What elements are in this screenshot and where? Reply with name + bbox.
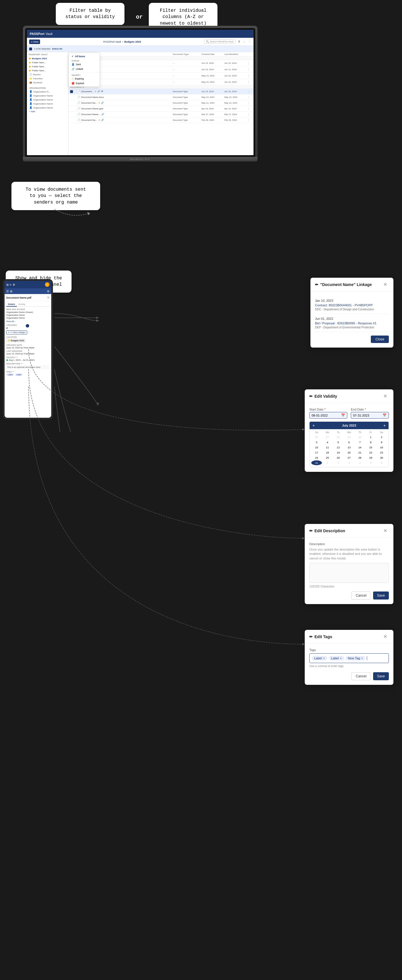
cal-day[interactable]: 4	[322, 440, 333, 445]
cal-day[interactable]: 29	[344, 434, 354, 439]
description-modal-close[interactable]: ✕	[382, 527, 389, 534]
linkage-close-button[interactable]: Close	[371, 336, 389, 343]
cal-day[interactable]: 2	[376, 434, 387, 439]
cal-day[interactable]: 15	[365, 445, 376, 450]
end-date-input[interactable]: 07-31-2023 📅	[351, 412, 389, 418]
cal-day[interactable]: 12	[333, 445, 344, 450]
checkbox-selected[interactable]	[29, 48, 32, 50]
start-date-input[interactable]: 08-01-2022 📅	[309, 412, 347, 418]
table-row[interactable]: 📄 Document Na... ★ 🔗 Document Type May 1…	[68, 100, 254, 106]
table-row[interactable]: 📄 Document Name... 🔗 Document Type Mar 2…	[68, 111, 254, 118]
sidebar-item-favorites[interactable]: ⭐ Favorites	[27, 76, 68, 80]
cal-day[interactable]: 30	[376, 455, 387, 460]
cal-day[interactable]: 7	[354, 440, 365, 445]
linkage-link-1[interactable]: Contract: 85023B0044001 - PV485POPP	[315, 304, 389, 307]
show-all-button[interactable]: Show All ↓	[6, 320, 16, 322]
row-more-icon[interactable]: ⋮	[247, 62, 252, 65]
row-more-icon[interactable]: ⋮	[247, 101, 252, 105]
sidebar-item-folder2[interactable]: ▶ Folder Nam...	[27, 64, 68, 68]
cal-day[interactable]: 29	[365, 455, 376, 460]
filter-sent[interactable]: 👤 Sent	[69, 62, 100, 67]
edit-tags-icon[interactable]: ✏	[13, 371, 14, 373]
cal-day[interactable]: 3	[311, 440, 322, 445]
linkage-modal-close[interactable]: ✕	[382, 281, 389, 288]
sidebar-item-archived[interactable]: 📦 Archived	[27, 80, 68, 84]
checkbox-checked[interactable]	[70, 90, 73, 93]
table-row[interactable]: 📄 Document... ★ 🔗 👁 Document Type Jun 15…	[68, 89, 254, 94]
cal-day[interactable]: 18	[322, 450, 333, 455]
linkage-link-2[interactable]: Bid / Proposal : 82623B0095 - Response #…	[315, 321, 389, 325]
remove-tag-2[interactable]: ✕	[340, 657, 342, 660]
cal-day[interactable]: 20	[344, 450, 354, 455]
cal-day[interactable]: 25	[322, 455, 333, 460]
cal-day[interactable]: 27	[344, 455, 354, 460]
cal-day[interactable]: 1	[322, 460, 333, 465]
cal-day[interactable]: 22	[365, 450, 376, 455]
cal-day[interactable]: 6	[344, 440, 354, 445]
cal-day[interactable]: 3	[344, 460, 354, 465]
select-all-link[interactable]: Select All	[52, 48, 62, 50]
cal-day[interactable]: 21	[354, 450, 365, 455]
filter-all-items[interactable]: ✓ All Items	[69, 54, 100, 59]
calendar-prev[interactable]: +	[313, 423, 315, 428]
tags-cancel-button[interactable]: Cancel	[351, 672, 370, 680]
cal-day[interactable]: 30	[354, 434, 365, 439]
cal-day[interactable]: 26	[333, 455, 344, 460]
description-textarea[interactable]	[309, 563, 389, 583]
download-icon[interactable]: ⬇	[238, 40, 240, 43]
cal-day[interactable]: 24	[311, 455, 322, 460]
sidebar-org-3[interactable]: 👤 Organization Name	[27, 98, 68, 102]
new-button[interactable]: + New	[29, 40, 40, 44]
row-more-icon[interactable]: ⋮	[247, 90, 252, 93]
table-row[interactable]: 📄 Document Name.pptx Document Type Apr 1…	[68, 106, 254, 111]
cal-day[interactable]: 5	[365, 460, 376, 465]
search-bar[interactable]: 🔍 Search PASSPort Vault	[204, 40, 235, 44]
table-row[interactable]: 📄 Document Na... ★ 🔗 Document Type Feb 2…	[68, 118, 254, 123]
view-linkages-button[interactable]: ✏ ✏ View Linkages	[6, 330, 27, 334]
cal-day[interactable]: 10	[311, 445, 322, 450]
row-more-icon[interactable]: ⋮	[247, 74, 252, 77]
edit-description-icon[interactable]: ✏	[21, 363, 23, 365]
cal-day[interactable]: 9	[376, 440, 387, 445]
cal-day[interactable]: 13	[344, 445, 354, 450]
sidebar-item-budgets[interactable]: ▶ Budgets 2023	[27, 56, 68, 60]
row-more-icon[interactable]: ⋮	[247, 113, 252, 116]
description-cancel-button[interactable]: Cancel	[351, 592, 370, 600]
row-more-icon[interactable]: ⋮	[247, 119, 252, 122]
edit-validity-icon[interactable]: ✏	[16, 356, 18, 358]
cal-day[interactable]: 19	[333, 450, 344, 455]
cal-day[interactable]: 4	[354, 460, 365, 465]
tab-activity[interactable]: Activity	[17, 302, 27, 306]
sidebar-item-folder1[interactable]: ▶ Folder Nam...	[27, 60, 68, 64]
sidebar-org-5[interactable]: 👤 Organization Name	[27, 106, 68, 110]
share-icon[interactable]: →	[243, 40, 246, 43]
validity-modal-close[interactable]: ✕	[382, 393, 389, 399]
tags-input-container[interactable]: Label ✕ Label ✕ New Tag ✕	[309, 653, 389, 663]
remove-tag-1[interactable]: ✕	[323, 657, 325, 660]
col-header-created[interactable]: Created Date	[202, 53, 224, 56]
hamburger-icon[interactable]: ☰	[6, 290, 9, 293]
more-icon[interactable]: ⋮	[248, 40, 251, 43]
cal-day[interactable]: 1	[365, 434, 376, 439]
sidebar-org-4[interactable]: 👤 Organization Name	[27, 102, 68, 106]
cal-day[interactable]: 2	[333, 460, 344, 465]
row-more-icon[interactable]: ⋮	[247, 95, 252, 99]
cal-day[interactable]: 17	[311, 450, 322, 455]
cal-day[interactable]: 27	[322, 434, 333, 439]
filter-expired[interactable]: 🔴 Expired	[69, 81, 100, 86]
cal-day[interactable]: 11	[322, 445, 333, 450]
cal-day[interactable]: 8	[365, 440, 376, 445]
remove-tag-3[interactable]: ✕	[361, 657, 363, 660]
calendar-next[interactable]: +	[383, 423, 386, 428]
cal-day[interactable]: 28	[354, 455, 365, 460]
tab-details[interactable]: Details	[6, 302, 17, 307]
description-save-button[interactable]: Save	[373, 592, 389, 600]
tags-save-button[interactable]: Save	[373, 672, 389, 680]
filter-expiring[interactable]: ⚠ Expiring	[69, 76, 100, 81]
settings2-icon[interactable]: ⚙	[47, 290, 49, 293]
sidebar-add-org[interactable]: + Add	[27, 110, 68, 113]
tags-modal-close[interactable]: ✕	[382, 633, 389, 640]
cal-day[interactable]: 14	[354, 445, 365, 450]
row-more-icon[interactable]: ⋮	[247, 107, 252, 110]
grid-icon[interactable]: ⊞	[6, 283, 9, 286]
